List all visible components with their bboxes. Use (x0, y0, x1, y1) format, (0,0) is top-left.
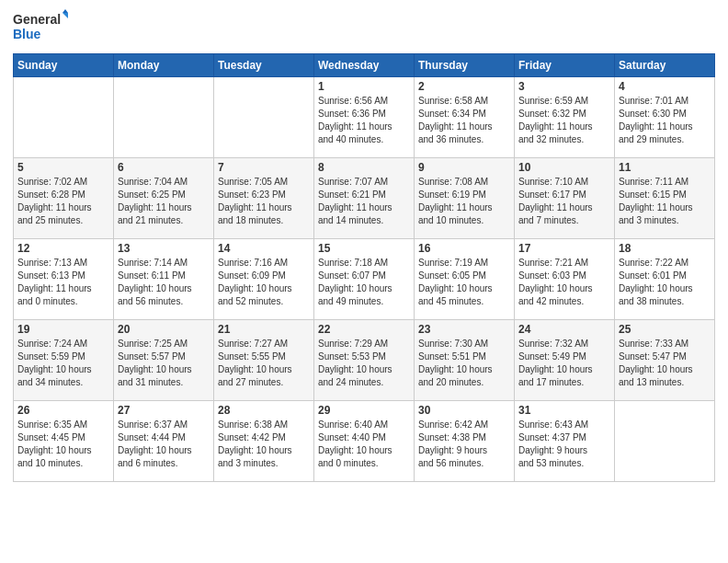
day-info: Sunrise: 7:29 AM Sunset: 5:53 PM Dayligh… (318, 338, 410, 389)
day-info: Sunrise: 6:43 AM Sunset: 4:37 PM Dayligh… (518, 419, 610, 470)
day-number: 10 (518, 161, 610, 174)
day-info: Sunrise: 7:07 AM Sunset: 6:21 PM Dayligh… (318, 176, 410, 227)
day-number: 11 (619, 161, 711, 174)
day-info: Sunrise: 6:58 AM Sunset: 6:34 PM Dayligh… (418, 95, 510, 146)
day-cell: 22Sunrise: 7:29 AM Sunset: 5:53 PM Dayli… (314, 320, 415, 401)
day-cell: 10Sunrise: 7:10 AM Sunset: 6:17 PM Dayli… (515, 158, 615, 239)
day-number: 18 (619, 242, 711, 255)
day-header-tuesday: Tuesday (214, 54, 314, 77)
day-cell: 17Sunrise: 7:21 AM Sunset: 6:03 PM Dayli… (515, 239, 615, 320)
day-number: 2 (418, 80, 510, 93)
day-cell: 23Sunrise: 7:30 AM Sunset: 5:51 PM Dayli… (415, 320, 515, 401)
day-cell: 11Sunrise: 7:11 AM Sunset: 6:15 PM Dayli… (615, 158, 715, 239)
day-info: Sunrise: 7:25 AM Sunset: 5:57 PM Dayligh… (118, 338, 210, 389)
day-number: 19 (17, 323, 109, 336)
day-cell: 4Sunrise: 7:01 AM Sunset: 6:30 PM Daylig… (615, 77, 715, 158)
day-cell: 25Sunrise: 7:33 AM Sunset: 5:47 PM Dayli… (615, 320, 715, 401)
day-cell: 1Sunrise: 6:56 AM Sunset: 6:36 PM Daylig… (314, 77, 415, 158)
day-cell: 21Sunrise: 7:27 AM Sunset: 5:55 PM Dayli… (214, 320, 314, 401)
day-number: 6 (118, 161, 210, 174)
day-info: Sunrise: 7:10 AM Sunset: 6:17 PM Dayligh… (518, 176, 610, 227)
day-info: Sunrise: 7:13 AM Sunset: 6:13 PM Dayligh… (17, 257, 109, 308)
day-cell: 14Sunrise: 7:16 AM Sunset: 6:09 PM Dayli… (214, 239, 314, 320)
day-number: 7 (218, 161, 310, 174)
day-cell: 18Sunrise: 7:22 AM Sunset: 6:01 PM Dayli… (615, 239, 715, 320)
day-header-friday: Friday (515, 54, 615, 77)
day-info: Sunrise: 7:04 AM Sunset: 6:25 PM Dayligh… (118, 176, 210, 227)
logo-svg: General Blue (13, 9, 68, 46)
day-info: Sunrise: 6:56 AM Sunset: 6:36 PM Dayligh… (318, 95, 410, 146)
day-info: Sunrise: 6:42 AM Sunset: 4:38 PM Dayligh… (418, 419, 510, 470)
day-cell: 12Sunrise: 7:13 AM Sunset: 6:13 PM Dayli… (14, 239, 114, 320)
day-number: 28 (218, 404, 310, 417)
day-cell: 5Sunrise: 7:02 AM Sunset: 6:28 PM Daylig… (14, 158, 114, 239)
day-number: 25 (619, 323, 711, 336)
day-cell: 28Sunrise: 6:38 AM Sunset: 4:42 PM Dayli… (214, 401, 314, 482)
day-number: 17 (518, 242, 610, 255)
day-info: Sunrise: 6:59 AM Sunset: 6:32 PM Dayligh… (518, 95, 610, 146)
day-number: 23 (418, 323, 510, 336)
day-info: Sunrise: 6:40 AM Sunset: 4:40 PM Dayligh… (318, 419, 410, 470)
day-number: 16 (418, 242, 510, 255)
day-cell: 3Sunrise: 6:59 AM Sunset: 6:32 PM Daylig… (515, 77, 615, 158)
day-cell: 16Sunrise: 7:19 AM Sunset: 6:05 PM Dayli… (415, 239, 515, 320)
day-number: 26 (17, 404, 109, 417)
day-info: Sunrise: 7:21 AM Sunset: 6:03 PM Dayligh… (518, 257, 610, 308)
day-number: 14 (218, 242, 310, 255)
day-info: Sunrise: 7:14 AM Sunset: 6:11 PM Dayligh… (118, 257, 210, 308)
svg-marker-3 (63, 13, 68, 18)
day-cell: 27Sunrise: 6:37 AM Sunset: 4:44 PM Dayli… (114, 401, 214, 482)
day-cell: 20Sunrise: 7:25 AM Sunset: 5:57 PM Dayli… (114, 320, 214, 401)
day-number: 29 (318, 404, 410, 417)
day-info: Sunrise: 7:30 AM Sunset: 5:51 PM Dayligh… (418, 338, 510, 389)
day-number: 31 (518, 404, 610, 417)
day-number: 30 (418, 404, 510, 417)
calendar-table: SundayMondayTuesdayWednesdayThursdayFrid… (13, 53, 715, 482)
week-row-1: 1Sunrise: 6:56 AM Sunset: 6:36 PM Daylig… (14, 77, 715, 158)
day-cell: 26Sunrise: 6:35 AM Sunset: 4:45 PM Dayli… (14, 401, 114, 482)
day-cell (114, 77, 214, 158)
day-header-thursday: Thursday (415, 54, 515, 77)
week-row-4: 19Sunrise: 7:24 AM Sunset: 5:59 PM Dayli… (14, 320, 715, 401)
day-number: 20 (118, 323, 210, 336)
day-cell: 24Sunrise: 7:32 AM Sunset: 5:49 PM Dayli… (515, 320, 615, 401)
day-cell: 9Sunrise: 7:08 AM Sunset: 6:19 PM Daylig… (415, 158, 515, 239)
day-header-saturday: Saturday (615, 54, 715, 77)
day-cell: 2Sunrise: 6:58 AM Sunset: 6:34 PM Daylig… (415, 77, 515, 158)
svg-text:Blue: Blue (13, 27, 41, 41)
svg-text:General: General (13, 12, 61, 27)
day-info: Sunrise: 7:01 AM Sunset: 6:30 PM Dayligh… (619, 95, 711, 146)
day-info: Sunrise: 7:05 AM Sunset: 6:23 PM Dayligh… (218, 176, 310, 227)
day-number: 24 (518, 323, 610, 336)
day-cell: 13Sunrise: 7:14 AM Sunset: 6:11 PM Dayli… (114, 239, 214, 320)
day-info: Sunrise: 6:38 AM Sunset: 4:42 PM Dayligh… (218, 419, 310, 470)
day-info: Sunrise: 7:18 AM Sunset: 6:07 PM Dayligh… (318, 257, 410, 308)
day-cell (615, 401, 715, 482)
day-info: Sunrise: 7:11 AM Sunset: 6:15 PM Dayligh… (619, 176, 711, 227)
days-header-row: SundayMondayTuesdayWednesdayThursdayFrid… (14, 54, 715, 77)
day-number: 5 (17, 161, 109, 174)
day-info: Sunrise: 6:35 AM Sunset: 4:45 PM Dayligh… (17, 419, 109, 470)
day-number: 15 (318, 242, 410, 255)
day-number: 1 (318, 80, 410, 93)
day-info: Sunrise: 7:27 AM Sunset: 5:55 PM Dayligh… (218, 338, 310, 389)
day-number: 27 (118, 404, 210, 417)
week-row-2: 5Sunrise: 7:02 AM Sunset: 6:28 PM Daylig… (14, 158, 715, 239)
day-info: Sunrise: 7:08 AM Sunset: 6:19 PM Dayligh… (418, 176, 510, 227)
day-info: Sunrise: 7:16 AM Sunset: 6:09 PM Dayligh… (218, 257, 310, 308)
day-cell: 31Sunrise: 6:43 AM Sunset: 4:37 PM Dayli… (515, 401, 615, 482)
day-number: 13 (118, 242, 210, 255)
day-number: 4 (619, 80, 711, 93)
day-cell: 19Sunrise: 7:24 AM Sunset: 5:59 PM Dayli… (14, 320, 114, 401)
day-cell: 6Sunrise: 7:04 AM Sunset: 6:25 PM Daylig… (114, 158, 214, 239)
day-cell: 7Sunrise: 7:05 AM Sunset: 6:23 PM Daylig… (214, 158, 314, 239)
day-info: Sunrise: 7:24 AM Sunset: 5:59 PM Dayligh… (17, 338, 109, 389)
logo: General Blue (13, 9, 68, 46)
day-cell (14, 77, 114, 158)
day-number: 22 (318, 323, 410, 336)
header: General Blue (13, 9, 715, 46)
day-info: Sunrise: 7:22 AM Sunset: 6:01 PM Dayligh… (619, 257, 711, 308)
day-cell (214, 77, 314, 158)
day-info: Sunrise: 7:19 AM Sunset: 6:05 PM Dayligh… (418, 257, 510, 308)
week-row-3: 12Sunrise: 7:13 AM Sunset: 6:13 PM Dayli… (14, 239, 715, 320)
